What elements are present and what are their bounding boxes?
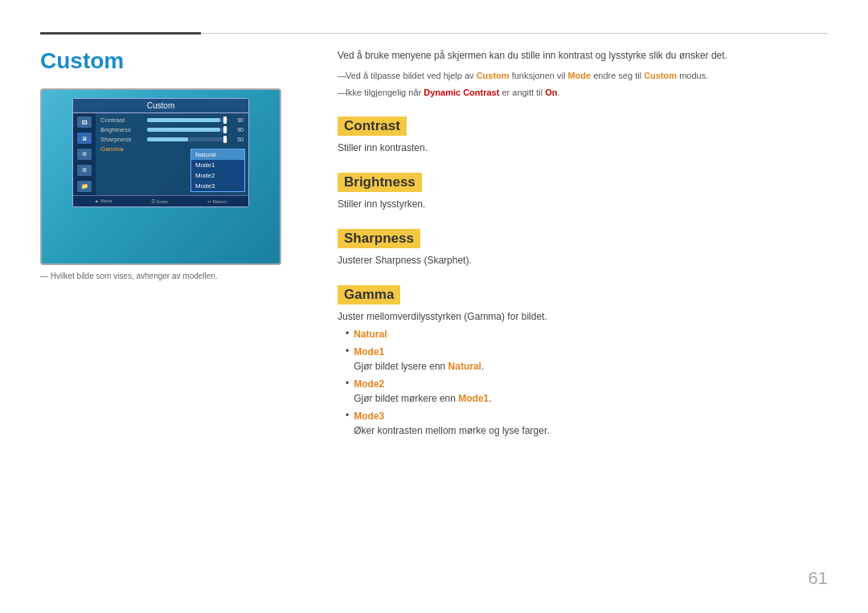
gamma-header: Gamma xyxy=(338,285,400,304)
bullet-label-mode1: Mode1 xyxy=(354,346,384,358)
osd-row-sharpness: Sharpness 50 xyxy=(100,136,244,143)
section-contrast: Contrast Stiller inn kontrasten. xyxy=(338,102,828,155)
bullet-content-mode3: Mode3 Øker kontrasten mellom mørke og ly… xyxy=(354,409,549,438)
osd-bar-contrast xyxy=(147,118,228,122)
bullet-mode2: • Mode2 Gjør bildet mørkere enn Mode1. xyxy=(346,377,828,406)
osd-submenu-item-mode3: Mode3 xyxy=(191,181,244,191)
bullet-mode2-desc-suffix: . xyxy=(489,393,491,404)
osd-content: Contrast 90 Brightness xyxy=(96,113,248,195)
note1-custom: Custom xyxy=(477,71,510,80)
osd-row-brightness: Brightness 90 xyxy=(100,126,244,133)
bullet-mode1-desc-prefix: Gjør bildet lysere enn xyxy=(354,361,448,372)
gamma-body: Juster mellomverdilysstyrken (Gamma) for… xyxy=(338,309,828,324)
bullet-label-mode3: Mode3 xyxy=(354,411,384,422)
note1-mid: funksjonen vil xyxy=(510,71,568,80)
brightness-header: Brightness xyxy=(338,173,422,192)
note2-suffix: . xyxy=(558,88,560,97)
osd-icon-1: 🖼 xyxy=(77,116,92,128)
osd-val-sharpness: 50 xyxy=(231,137,244,142)
osd-submenu: Natural Mode1 Mode2 Mode3 xyxy=(190,149,245,192)
osd-bottom: ▲ Move ☰ Enter ↩ Return xyxy=(73,195,248,206)
osd-submenu-item-mode1: Mode1 xyxy=(191,160,244,170)
left-column: Custom Custom 🖼 🖥 ⚙ ⚙ 📁 Contrast xyxy=(40,48,313,280)
monitor-note: Hvilket bilde som vises, avhenger av mod… xyxy=(40,272,313,280)
page-number: 61 xyxy=(809,568,828,589)
note2-dynamic: Dynamic Contrast xyxy=(424,88,499,97)
bullet-mode2-desc-highlight: Mode1 xyxy=(458,393,489,404)
contrast-header: Contrast xyxy=(338,116,407,136)
osd-title: Custom xyxy=(73,99,248,113)
osd-submenu-item-natural: Natural xyxy=(191,149,244,160)
bullet-mode1-desc-highlight: Natural xyxy=(448,361,481,372)
osd-btn-move: ▲ Move xyxy=(94,198,112,204)
page-title: Custom xyxy=(40,48,313,74)
osd-menu: Custom 🖼 🖥 ⚙ ⚙ 📁 Contrast xyxy=(72,98,249,207)
bullet-dot-mode2: • xyxy=(346,378,349,389)
osd-icon-3: ⚙ xyxy=(77,149,92,160)
osd-bar-thumb-sharpness xyxy=(223,136,227,143)
osd-body: 🖼 🖥 ⚙ ⚙ 📁 Contrast 90 xyxy=(73,113,248,195)
osd-label-brightness: Brightness xyxy=(100,126,145,133)
osd-btn-enter: ☰ Enter xyxy=(151,198,168,204)
bullet-dot-mode3: • xyxy=(346,410,349,421)
section-sharpness: Sharpness Justerer Sharpness (Skarphet). xyxy=(338,215,828,268)
osd-bar-fill-brightness xyxy=(147,128,220,132)
gamma-bullet-list: • Natural • Mode1 Gjør bildet lysere enn… xyxy=(346,327,828,438)
note-line-2: Ikke tilgjengelig når Dynamic Contrast e… xyxy=(338,86,828,100)
note2-mid: er angitt til xyxy=(499,88,545,97)
monitor-screenshot: Custom 🖼 🖥 ⚙ ⚙ 📁 Contrast xyxy=(40,88,281,265)
bullet-label-natural: Natural xyxy=(354,329,387,340)
bullet-mode3-desc: Øker kontrasten mellom mørke og lyse far… xyxy=(354,425,549,436)
note1-custom2: Custom xyxy=(644,71,677,80)
osd-bar-fill-contrast xyxy=(147,118,220,122)
bullet-dot-natural: • xyxy=(346,328,349,339)
bullet-mode1-desc-suffix: . xyxy=(481,361,484,372)
osd-val-brightness: 90 xyxy=(231,127,244,133)
light-line xyxy=(201,33,828,34)
osd-row-contrast: Contrast 90 xyxy=(100,116,244,124)
bullet-mode1: • Mode1 Gjør bildet lysere enn Natural. xyxy=(346,345,828,374)
osd-icon-4: ⚙ xyxy=(77,165,92,176)
note1-prefix: Ved å tilpasse bildet ved hjelp av xyxy=(346,71,477,80)
osd-submenu-item-mode2: Mode2 xyxy=(191,170,244,181)
bullet-content-mode2: Mode2 Gjør bildet mørkere enn Mode1. xyxy=(354,377,491,406)
osd-bar-thumb-contrast xyxy=(223,116,227,124)
note1-mid2: endre seg til xyxy=(591,71,644,80)
bullet-content-mode1: Mode1 Gjør bildet lysere enn Natural. xyxy=(354,345,484,374)
osd-bar-thumb-brightness xyxy=(223,126,227,133)
contrast-body: Stiller inn kontrasten. xyxy=(338,141,828,155)
dark-line xyxy=(40,32,201,35)
osd-bar-sharpness xyxy=(147,137,228,141)
top-decorative-lines xyxy=(0,32,868,35)
sharpness-body: Justerer Sharpness (Skarphet). xyxy=(338,253,828,268)
osd-bar-brightness xyxy=(147,128,228,132)
note-line-1: Ved å tilpasse bildet ved hjelp av Custo… xyxy=(338,69,828,83)
bullet-content-natural: Natural xyxy=(354,327,387,341)
osd-btn-return: ↩ Return xyxy=(207,198,227,204)
osd-icons: 🖼 🖥 ⚙ ⚙ 📁 xyxy=(73,113,96,195)
bullet-mode2-desc-prefix: Gjør bildet mørkere enn xyxy=(354,393,458,404)
note1-mode: Mode xyxy=(567,71,591,80)
sharpness-header: Sharpness xyxy=(338,229,420,248)
bullet-label-mode2: Mode2 xyxy=(354,378,384,390)
section-gamma: Gamma Juster mellomverdilysstyrken (Gamm… xyxy=(338,271,828,438)
intro-main: Ved å bruke menyene på skjermen kan du s… xyxy=(338,48,828,63)
bullet-mode3: • Mode3 Øker kontrasten mellom mørke og … xyxy=(346,409,828,438)
osd-val-contrast: 90 xyxy=(231,117,244,123)
osd-label-contrast: Contrast xyxy=(100,116,145,124)
section-brightness: Brightness Stiller inn lysstyrken. xyxy=(338,158,828,211)
note1-suffix: modus. xyxy=(677,71,708,80)
osd-icon-2: 🖥 xyxy=(77,133,92,144)
note2-prefix: Ikke tilgjengelig når xyxy=(346,88,424,97)
osd-label-sharpness: Sharpness xyxy=(100,136,145,143)
brightness-body: Stiller inn lysstyrken. xyxy=(338,197,828,211)
note2-on: On xyxy=(545,88,557,97)
right-column: Ved å bruke menyene på skjermen kan du s… xyxy=(338,48,828,441)
osd-bar-fill-sharpness xyxy=(147,137,188,141)
osd-icon-5: 📁 xyxy=(77,181,92,192)
bullet-natural: • Natural xyxy=(346,327,828,341)
bullet-dot-mode1: • xyxy=(346,345,349,357)
